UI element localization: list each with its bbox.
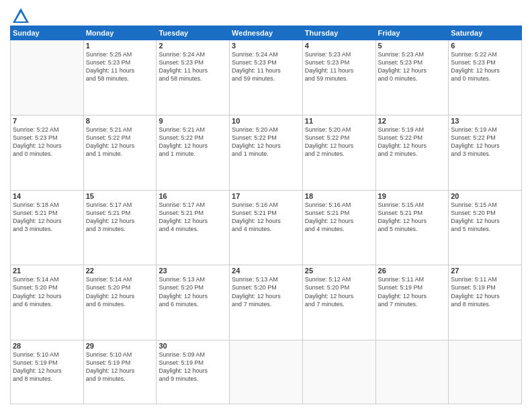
- calendar-week-row: 21Sunrise: 5:14 AMSunset: 5:20 PMDayligh…: [11, 265, 522, 340]
- calendar-cell: 12Sunrise: 5:19 AMSunset: 5:22 PMDayligh…: [375, 115, 449, 190]
- day-number: 10: [232, 117, 300, 125]
- day-number: 9: [159, 117, 227, 125]
- day-number: 28: [13, 342, 81, 350]
- calendar-cell: 24Sunrise: 5:13 AMSunset: 5:20 PMDayligh…: [230, 265, 303, 340]
- page: SundayMondayTuesdayWednesdayThursdayFrid…: [0, 0, 532, 411]
- calendar-cell: [302, 340, 375, 404]
- cell-sun-info: Sunrise: 5:10 AMSunset: 5:19 PMDaylight:…: [86, 351, 154, 383]
- calendar-cell: 28Sunrise: 5:10 AMSunset: 5:19 PMDayligh…: [11, 340, 84, 404]
- day-number: 29: [86, 342, 154, 350]
- calendar-cell: 27Sunrise: 5:11 AMSunset: 5:19 PMDayligh…: [449, 265, 522, 340]
- cell-sun-info: Sunrise: 5:14 AMSunset: 5:20 PMDaylight:…: [86, 275, 154, 308]
- calendar-cell: [11, 40, 84, 116]
- cell-sun-info: Sunrise: 5:18 AMSunset: 5:21 PMDaylight:…: [13, 201, 81, 234]
- cell-sun-info: Sunrise: 5:15 AMSunset: 5:21 PMDaylight:…: [378, 201, 447, 234]
- calendar-header-row: SundayMondayTuesdayWednesdayThursdayFrid…: [11, 26, 522, 40]
- cell-sun-info: Sunrise: 5:22 AMSunset: 5:23 PMDaylight:…: [13, 126, 81, 158]
- logo-icon: [11, 7, 30, 26]
- day-number: 26: [378, 267, 447, 275]
- cell-sun-info: Sunrise: 5:09 AMSunset: 5:19 PMDaylight:…: [159, 351, 227, 383]
- day-number: 14: [13, 192, 81, 200]
- calendar-cell: 20Sunrise: 5:15 AMSunset: 5:20 PMDayligh…: [449, 190, 522, 265]
- col-header-thursday: Thursday: [302, 26, 375, 40]
- calendar-cell: 25Sunrise: 5:12 AMSunset: 5:20 PMDayligh…: [302, 265, 375, 340]
- col-header-sunday: Sunday: [11, 26, 84, 40]
- cell-sun-info: Sunrise: 5:10 AMSunset: 5:19 PMDaylight:…: [13, 351, 81, 383]
- cell-sun-info: Sunrise: 5:23 AMSunset: 5:23 PMDaylight:…: [305, 50, 373, 83]
- calendar-cell: 3Sunrise: 5:24 AMSunset: 5:23 PMDaylight…: [230, 40, 303, 116]
- calendar-cell: 7Sunrise: 5:22 AMSunset: 5:23 PMDaylight…: [11, 115, 84, 190]
- calendar-cell: 1Sunrise: 5:25 AMSunset: 5:23 PMDaylight…: [83, 40, 157, 116]
- calendar-cell: [375, 340, 449, 404]
- cell-sun-info: Sunrise: 5:15 AMSunset: 5:20 PMDaylight:…: [451, 201, 519, 234]
- cell-sun-info: Sunrise: 5:14 AMSunset: 5:20 PMDaylight:…: [13, 275, 81, 308]
- calendar-cell: [449, 340, 522, 404]
- col-header-wednesday: Wednesday: [230, 26, 303, 40]
- day-number: 27: [451, 267, 519, 275]
- cell-sun-info: Sunrise: 5:11 AMSunset: 5:19 PMDaylight:…: [451, 275, 519, 308]
- calendar-cell: 2Sunrise: 5:24 AMSunset: 5:23 PMDaylight…: [157, 40, 230, 116]
- calendar-cell: 17Sunrise: 5:16 AMSunset: 5:21 PMDayligh…: [230, 190, 303, 265]
- day-number: 21: [13, 267, 81, 275]
- calendar-cell: 29Sunrise: 5:10 AMSunset: 5:19 PMDayligh…: [83, 340, 157, 404]
- calendar-cell: 26Sunrise: 5:11 AMSunset: 5:19 PMDayligh…: [375, 265, 449, 340]
- logo: [10, 9, 30, 21]
- col-header-friday: Friday: [375, 26, 449, 40]
- cell-sun-info: Sunrise: 5:20 AMSunset: 5:22 PMDaylight:…: [305, 126, 373, 158]
- calendar-cell: 23Sunrise: 5:13 AMSunset: 5:20 PMDayligh…: [157, 265, 230, 340]
- day-number: 18: [305, 192, 373, 200]
- cell-sun-info: Sunrise: 5:21 AMSunset: 5:22 PMDaylight:…: [159, 126, 227, 158]
- calendar-cell: 9Sunrise: 5:21 AMSunset: 5:22 PMDaylight…: [157, 115, 230, 190]
- cell-sun-info: Sunrise: 5:19 AMSunset: 5:22 PMDaylight:…: [451, 126, 519, 158]
- day-number: 23: [159, 267, 227, 275]
- day-number: 17: [232, 192, 300, 200]
- day-number: 5: [378, 42, 447, 50]
- day-number: 22: [86, 267, 154, 275]
- calendar-cell: 5Sunrise: 5:23 AMSunset: 5:23 PMDaylight…: [375, 40, 449, 116]
- cell-sun-info: Sunrise: 5:22 AMSunset: 5:23 PMDaylight:…: [451, 50, 519, 83]
- calendar-cell: 11Sunrise: 5:20 AMSunset: 5:22 PMDayligh…: [302, 115, 375, 190]
- cell-sun-info: Sunrise: 5:11 AMSunset: 5:19 PMDaylight:…: [378, 275, 447, 308]
- day-number: 7: [13, 117, 81, 125]
- day-number: 15: [86, 192, 154, 200]
- day-number: 11: [305, 117, 373, 125]
- cell-sun-info: Sunrise: 5:20 AMSunset: 5:22 PMDaylight:…: [232, 126, 300, 158]
- col-header-monday: Monday: [83, 26, 157, 40]
- calendar-week-row: 7Sunrise: 5:22 AMSunset: 5:23 PMDaylight…: [11, 115, 522, 190]
- calendar-week-row: 28Sunrise: 5:10 AMSunset: 5:19 PMDayligh…: [11, 340, 522, 404]
- day-number: 25: [305, 267, 373, 275]
- cell-sun-info: Sunrise: 5:19 AMSunset: 5:22 PMDaylight:…: [378, 126, 447, 158]
- day-number: 16: [159, 192, 227, 200]
- cell-sun-info: Sunrise: 5:16 AMSunset: 5:21 PMDaylight:…: [232, 201, 300, 234]
- calendar-cell: 13Sunrise: 5:19 AMSunset: 5:22 PMDayligh…: [449, 115, 522, 190]
- calendar-cell: 15Sunrise: 5:17 AMSunset: 5:21 PMDayligh…: [83, 190, 157, 265]
- day-number: 4: [305, 42, 373, 50]
- calendar-week-row: 14Sunrise: 5:18 AMSunset: 5:21 PMDayligh…: [11, 190, 522, 265]
- cell-sun-info: Sunrise: 5:23 AMSunset: 5:23 PMDaylight:…: [378, 50, 447, 83]
- calendar-cell: 8Sunrise: 5:21 AMSunset: 5:22 PMDaylight…: [83, 115, 157, 190]
- cell-sun-info: Sunrise: 5:21 AMSunset: 5:22 PMDaylight:…: [86, 126, 154, 158]
- calendar-cell: 4Sunrise: 5:23 AMSunset: 5:23 PMDaylight…: [302, 40, 375, 116]
- cell-sun-info: Sunrise: 5:13 AMSunset: 5:20 PMDaylight:…: [159, 275, 227, 308]
- day-number: 20: [451, 192, 519, 200]
- calendar-cell: 21Sunrise: 5:14 AMSunset: 5:20 PMDayligh…: [11, 265, 84, 340]
- cell-sun-info: Sunrise: 5:24 AMSunset: 5:23 PMDaylight:…: [232, 50, 300, 83]
- cell-sun-info: Sunrise: 5:12 AMSunset: 5:20 PMDaylight:…: [305, 275, 373, 308]
- cell-sun-info: Sunrise: 5:25 AMSunset: 5:23 PMDaylight:…: [86, 50, 154, 83]
- calendar-cell: 18Sunrise: 5:16 AMSunset: 5:21 PMDayligh…: [302, 190, 375, 265]
- cell-sun-info: Sunrise: 5:17 AMSunset: 5:21 PMDaylight:…: [86, 201, 154, 234]
- header: [10, 7, 522, 21]
- col-header-tuesday: Tuesday: [157, 26, 230, 40]
- calendar-cell: 14Sunrise: 5:18 AMSunset: 5:21 PMDayligh…: [11, 190, 84, 265]
- calendar-cell: 16Sunrise: 5:17 AMSunset: 5:21 PMDayligh…: [157, 190, 230, 265]
- day-number: 2: [159, 42, 227, 50]
- day-number: 12: [378, 117, 447, 125]
- calendar-week-row: 1Sunrise: 5:25 AMSunset: 5:23 PMDaylight…: [11, 40, 522, 116]
- cell-sun-info: Sunrise: 5:17 AMSunset: 5:21 PMDaylight:…: [159, 201, 227, 234]
- day-number: 6: [451, 42, 519, 50]
- calendar-cell: [230, 340, 303, 404]
- day-number: 1: [86, 42, 154, 50]
- cell-sun-info: Sunrise: 5:24 AMSunset: 5:23 PMDaylight:…: [159, 50, 227, 83]
- day-number: 24: [232, 267, 300, 275]
- day-number: 3: [232, 42, 300, 50]
